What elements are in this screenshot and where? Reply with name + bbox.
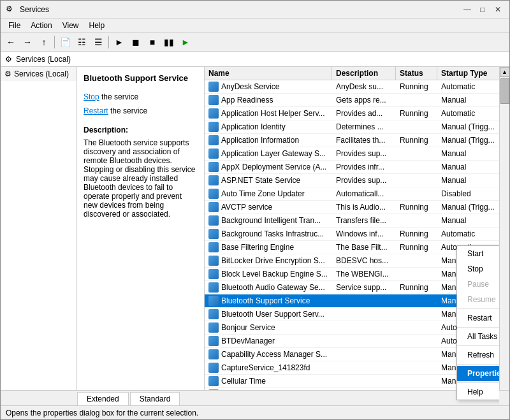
service-status-cell: Running xyxy=(396,201,437,213)
list-row[interactable]: AnyDesk ServiceAnyDesk su...RunningAutom… xyxy=(205,80,499,94)
left-panel: ⚙ Services (Local) xyxy=(1,67,77,419)
list-body[interactable]: AnyDesk ServiceAnyDesk su...RunningAutom… xyxy=(205,80,499,417)
menu-help[interactable]: Help xyxy=(84,20,110,31)
list-header: Name Description Status Startup Type Log… xyxy=(205,67,499,80)
service-status-cell xyxy=(396,166,437,168)
list-row[interactable]: Bluetooth User Support Serv...Manual (Tr… xyxy=(205,308,499,321)
service-startup-cell: Automatic xyxy=(437,81,499,92)
header-status[interactable]: Status xyxy=(396,67,437,80)
service-icon xyxy=(208,376,219,386)
service-name-cell: Bonjour Service xyxy=(205,321,332,334)
service-desc-cell: Windows inf... xyxy=(332,228,396,240)
list-row[interactable]: Background Intelligent Tran...Transfers … xyxy=(205,214,499,228)
list-row[interactable]: Application InformationFacilitates th...… xyxy=(205,134,499,147)
scroll-up-arrow[interactable]: ▲ xyxy=(500,67,510,77)
service-desc-cell: Facilitates th... xyxy=(332,134,396,146)
stop-service-link[interactable]: Stop xyxy=(84,92,99,101)
service-name-cell: Application Identity xyxy=(205,120,332,133)
ctx-all-tasks[interactable]: All Tasks xyxy=(457,329,499,344)
service-desc-cell: Provides sup... xyxy=(332,148,396,159)
ctx-help[interactable]: Help xyxy=(457,384,499,400)
service-icon xyxy=(208,95,219,105)
service-status-cell xyxy=(396,313,437,315)
list-row[interactable]: Cellular TimeManual (Trigg...Local Servi… xyxy=(205,375,499,388)
list-row[interactable]: Bluetooth Support ServiceManual (Trigg..… xyxy=(205,294,499,308)
play-button[interactable]: ► xyxy=(178,34,193,50)
ctx-sep-5 xyxy=(457,382,499,383)
list-row[interactable]: Bluetooth Audio Gateway Se...Service sup… xyxy=(205,281,499,294)
list-row[interactable]: AVCTP serviceThis is Audio...RunningManu… xyxy=(205,201,499,214)
ctx-start[interactable]: Start xyxy=(457,246,499,261)
ctx-sep-3 xyxy=(457,345,499,346)
service-startup-cell: Manual xyxy=(437,161,499,173)
ctx-sep-1 xyxy=(457,308,499,309)
header-name[interactable]: Name xyxy=(205,67,332,80)
service-name-cell: Application Information xyxy=(205,134,332,147)
scroll-thumb[interactable] xyxy=(500,78,509,104)
service-status-cell xyxy=(396,353,437,356)
service-name-cell: Background Intelligent Tran... xyxy=(205,214,332,227)
list-row[interactable]: App ReadinessGets apps re...ManualLocal … xyxy=(205,94,499,107)
list-row[interactable]: ASP.NET State ServiceProvides sup...Manu… xyxy=(205,174,499,187)
ctx-resume: Resume xyxy=(457,292,499,307)
service-startup-cell: Manual (Trigg... xyxy=(437,134,499,146)
list-row[interactable]: Bonjour ServiceAutomaticLocal Syste... xyxy=(205,321,499,335)
header-startup[interactable]: Startup Type xyxy=(437,67,499,80)
list-row[interactable]: AppX Deployment Service (A...Provides in… xyxy=(205,161,499,174)
service-icon xyxy=(208,175,219,185)
list-row[interactable]: Auto Time Zone UpdaterAutomaticall...Dis… xyxy=(205,187,499,201)
list-row[interactable]: BTDevManagerAutomaticLocal Syste... xyxy=(205,335,499,348)
create-button[interactable]: ► xyxy=(112,34,127,50)
service-name-cell: Block Level Backup Engine S... xyxy=(205,268,332,280)
list-row[interactable]: Base Filtering EngineThe Base Filt...Run… xyxy=(205,241,499,254)
separator-2 xyxy=(108,36,109,48)
menu-file[interactable]: File xyxy=(3,20,26,31)
menu-view[interactable]: View xyxy=(57,20,84,31)
service-status-cell xyxy=(396,300,437,302)
up-button[interactable]: ↑ xyxy=(36,34,52,50)
ctx-stop[interactable]: Stop xyxy=(457,261,499,277)
list-row[interactable]: Application IdentityDetermines ...Manual… xyxy=(205,120,499,134)
separator-1 xyxy=(54,36,55,48)
back-button[interactable]: ← xyxy=(3,34,18,50)
ctx-refresh[interactable]: Refresh xyxy=(457,347,499,363)
list-row[interactable]: Capability Access Manager S...ManualLoca… xyxy=(205,348,499,361)
description-text: The Bluetooth service supports discovery… xyxy=(84,138,195,219)
service-name-cell: Application Layer Gateway S... xyxy=(205,147,332,160)
stop-button[interactable]: ■ xyxy=(145,34,160,50)
list-row[interactable]: Application Layer Gateway S...Provides s… xyxy=(205,147,499,161)
service-icon xyxy=(208,336,219,346)
service-name-cell: CaptureService_141823fd xyxy=(205,361,332,374)
service-desc-cell: AnyDesk su... xyxy=(332,81,396,92)
list-row[interactable]: Application Host Helper Serv...Provides … xyxy=(205,107,499,120)
ctx-properties[interactable]: Properties xyxy=(457,366,499,381)
properties-button[interactable]: ◼ xyxy=(128,34,143,50)
close-button[interactable]: ✕ xyxy=(492,4,504,15)
detail-view-button[interactable]: ☰ xyxy=(91,34,106,50)
minimize-button[interactable]: — xyxy=(461,4,474,15)
pause-button[interactable]: ▮▮ xyxy=(161,34,177,50)
list-row[interactable]: CaptureService_141823fdManualLocal Syste… xyxy=(205,361,499,375)
service-status-cell xyxy=(396,99,437,101)
service-desc-cell xyxy=(332,366,396,369)
tab-standard[interactable]: Standard xyxy=(130,392,180,405)
ctx-restart[interactable]: Restart xyxy=(457,310,499,326)
vertical-scrollbar[interactable]: ▲ xyxy=(499,67,509,419)
nav-services-local[interactable]: ⚙ Services (Local) xyxy=(1,67,76,81)
show-hide-button[interactable]: 📄 xyxy=(57,34,73,50)
maximize-button[interactable]: □ xyxy=(476,4,489,15)
list-row[interactable]: BitLocker Drive Encryption S...BDESVC ho… xyxy=(205,254,499,268)
title-bar: ⚙ Services — □ ✕ xyxy=(1,1,509,18)
list-row[interactable]: Background Tasks Infrastruc...Windows in… xyxy=(205,228,499,241)
list-row[interactable]: Block Level Backup Engine S...The WBENGI… xyxy=(205,268,499,281)
restart-service-link[interactable]: Restart xyxy=(84,106,108,115)
service-description: Description: The Bluetooth service suppo… xyxy=(84,126,198,219)
list-view-button[interactable]: ☷ xyxy=(74,34,89,50)
menu-action[interactable]: Action xyxy=(26,20,57,31)
service-name-cell: AVCTP service xyxy=(205,201,332,214)
service-actions: Stop the service Restart the service xyxy=(84,91,198,118)
forward-button[interactable]: → xyxy=(20,34,35,50)
header-description[interactable]: Description xyxy=(332,67,396,80)
service-name-cell: Application Host Helper Serv... xyxy=(205,107,332,120)
tab-extended[interactable]: Extended xyxy=(77,392,129,405)
